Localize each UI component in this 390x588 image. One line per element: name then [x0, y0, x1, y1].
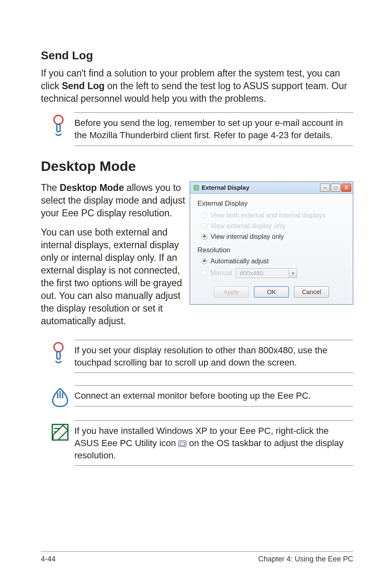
page-footer: 4-44 Chapter 4: Using the Eee PC — [41, 551, 353, 563]
apply-button: Apply — [214, 286, 249, 298]
svg-point-0 — [54, 115, 63, 124]
external-display-window: External Display – □ X External Display … — [190, 182, 353, 305]
radio-auto-icon — [202, 258, 207, 264]
desktop-para2: You can use both external and internal d… — [41, 226, 186, 328]
caution-callout-connect: Connect an external monitor before booti… — [41, 385, 353, 408]
option-view-internal-label: View internal display only — [211, 233, 284, 240]
option-auto-adjust[interactable]: Automatically adjust — [202, 258, 345, 265]
desktop-para1: The Desktop Mode allows you to select th… — [41, 182, 186, 220]
option-view-internal[interactable]: View internal display only — [202, 233, 345, 240]
radio-internal-icon — [202, 234, 207, 240]
window-app-icon — [193, 185, 199, 191]
svg-rect-1 — [57, 124, 60, 132]
send-log-bold: Send Log — [62, 81, 105, 91]
desktop-para1-bold: Desktop Mode — [60, 182, 124, 193]
send-log-heading: Send Log — [41, 49, 353, 62]
eee-utility-icon — [178, 440, 186, 447]
note-text-xp: If you have installed Windows XP to your… — [74, 420, 353, 466]
caution-icon — [46, 385, 74, 408]
resolution-combo[interactable]: 800x480 ▾ — [236, 268, 297, 278]
option-auto-label: Automatically adjust — [211, 258, 269, 265]
option-view-both-label: View both external and internal displays — [211, 212, 326, 219]
resolution-group-label: Resolution — [197, 246, 345, 254]
note-callout-xp: If you have installed Windows XP to your… — [41, 420, 353, 466]
tip-icon — [46, 112, 74, 137]
caution-text-connect: Connect an external monitor before booti… — [74, 385, 353, 406]
tip-text-sendlog: Before you send the log, remember to set… — [74, 112, 353, 146]
tip-text-scroll: If you set your display resolution to ot… — [74, 340, 353, 373]
desktop-para1-a: The — [41, 182, 60, 193]
cancel-button[interactable]: Cancel — [294, 286, 329, 298]
external-display-group-label: External Display — [197, 200, 345, 208]
chevron-down-icon[interactable]: ▾ — [289, 269, 297, 278]
minimize-button[interactable]: – — [320, 184, 330, 192]
page-number: 4-44 — [41, 555, 56, 563]
svg-point-2 — [54, 343, 63, 352]
window-title: External Display — [202, 184, 249, 191]
option-view-external: View external display only — [202, 222, 345, 230]
desktop-mode-heading: Desktop Mode — [41, 158, 353, 174]
send-log-paragraph: If you can't find a solution to your pro… — [41, 67, 353, 105]
option-manual: Manual — [202, 269, 232, 277]
option-view-both: View both external and internal displays — [202, 212, 345, 219]
note-icon — [46, 420, 74, 442]
radio-manual-icon — [202, 270, 207, 276]
option-manual-label: Manual — [211, 269, 232, 277]
tip-callout-scroll: If you set your display resolution to ot… — [41, 340, 353, 373]
close-button[interactable]: X — [341, 184, 351, 192]
option-view-external-label: View external display only — [211, 222, 286, 230]
chapter-label: Chapter 4: Using the Eee PC — [258, 555, 353, 563]
titlebar: External Display – □ X — [190, 182, 353, 194]
tip-icon — [46, 340, 74, 364]
svg-rect-3 — [57, 352, 60, 359]
resolution-combo-value: 800x480 — [236, 269, 289, 276]
tip-callout-sendlog: Before you send the log, remember to set… — [41, 112, 353, 146]
ok-button[interactable]: OK — [254, 286, 289, 298]
radio-both-icon — [202, 213, 207, 218]
maximize-button[interactable]: □ — [331, 184, 341, 192]
radio-external-icon — [202, 223, 207, 229]
